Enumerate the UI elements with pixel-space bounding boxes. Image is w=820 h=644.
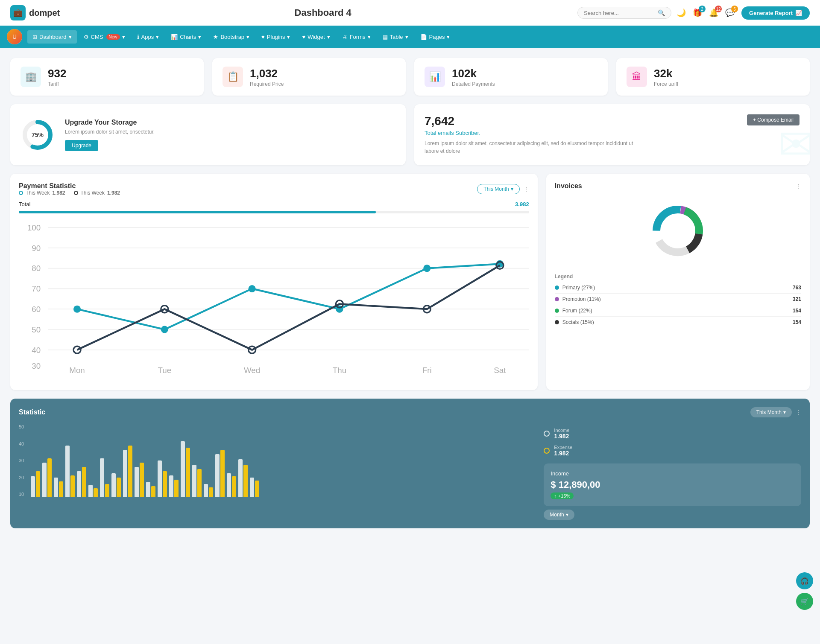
bar-yellow-20	[255, 481, 259, 497]
total-row: Total 3.982	[19, 201, 529, 207]
more-options-icon[interactable]: ⋮	[523, 186, 529, 192]
search-icon: 🔍	[658, 9, 665, 16]
inv-value-promotion: 321	[793, 296, 801, 302]
bar-group-12	[158, 460, 167, 497]
chevron-down-icon: ▾	[368, 34, 371, 40]
moon-button[interactable]: 🌙	[676, 8, 686, 17]
legend-label-2: This Week	[81, 190, 105, 196]
bar-group-10	[135, 463, 144, 497]
sidebar-item-pages[interactable]: 📄 Pages ▾	[415, 30, 455, 44]
cms-icon: ⚙	[84, 34, 89, 40]
chart-controls: This Month ▾ ⋮	[477, 184, 529, 194]
plugins-label: Plugins	[267, 34, 285, 40]
search-box[interactable]: 🔍	[577, 7, 671, 19]
sidebar-item-apps[interactable]: ℹ Apps ▾	[132, 30, 164, 44]
svg-point-23	[73, 306, 81, 313]
storage-card: 75% Upgrade Your Storage Lorem ipsum dol…	[10, 104, 406, 165]
progress-bar	[19, 211, 529, 213]
inv-value-forum: 154	[793, 308, 801, 314]
widget-icon: ♥	[302, 34, 305, 40]
bar-yellow-12	[163, 471, 167, 497]
charts-label: Charts	[180, 34, 196, 40]
payments-value: 102k	[452, 67, 495, 80]
middle-row: 75% Upgrade Your Storage Lorem ipsum dol…	[10, 104, 810, 165]
sidebar-item-plugins[interactable]: ♥ Plugins ▾	[256, 30, 295, 44]
bar-yellow-10	[140, 463, 144, 497]
total-value: 3.982	[515, 201, 529, 207]
chat-badge: 5	[731, 6, 738, 12]
bar-yellow-4	[70, 475, 75, 497]
sidebar-item-charts[interactable]: 📊 Charts ▾	[166, 30, 206, 44]
legend-value-1: 1.982	[52, 190, 65, 196]
header-icons: 🌙 🎁 2 🔔 12 💬 5 Generate Report 📈	[676, 6, 810, 20]
sidebar-item-widget[interactable]: ♥ Widget ▾	[297, 30, 335, 44]
chat-button[interactable]: 💬 5	[725, 8, 735, 17]
charts-row: Payment Statistic This Week 1.982 This W…	[10, 174, 810, 390]
this-month-button[interactable]: This Month ▾	[477, 184, 519, 194]
chevron-down-icon: ▾	[246, 34, 249, 40]
statistic-section: Statistic This Month ▾ ⋮ 50 40 30 20	[10, 399, 810, 528]
force-label: Force tariff	[654, 81, 678, 87]
line-chart-area: 100 90 80 70 60 50 40 30 Mon Tue Wed Thu…	[19, 220, 529, 382]
stat-card-tariff-force: 🏛 32k Force tariff	[616, 58, 810, 96]
payments-label: Detailed Payments	[452, 81, 495, 87]
pages-label: Pages	[429, 34, 445, 40]
header: 💼 dompet Dashboard 4 🔍 🌙 🎁 2 🔔 12 💬 5 Ge…	[0, 0, 820, 26]
upgrade-button[interactable]: Upgrade	[65, 140, 98, 151]
sidebar-item-bootstrap[interactable]: ★ Bootstrap ▾	[208, 30, 255, 44]
bar-group-19	[238, 459, 248, 497]
plugins-icon: ♥	[261, 34, 265, 40]
email-decorative-icon: ✉	[778, 119, 810, 165]
tariff-label: Tariff	[48, 81, 66, 87]
bar-group-20	[250, 478, 259, 497]
generate-report-button[interactable]: Generate Report 📈	[741, 6, 810, 20]
bar-white-5	[77, 471, 81, 497]
income-legend-value: 1.982	[554, 433, 569, 440]
storage-description: Lorem ipsum dolor sit amet, onsectetur.	[65, 129, 155, 135]
month-dropdown-button[interactable]: Month ▾	[544, 510, 574, 520]
sidebar-item-forms[interactable]: 🖨 Forms ▾	[337, 30, 376, 44]
stat-info-payments: 102k Detailed Payments	[452, 67, 495, 87]
search-input[interactable]	[584, 10, 658, 16]
sidebar-item-table[interactable]: ▦ Table ▾	[378, 30, 413, 44]
inv-legend-primary: Primary (27%) 763	[555, 282, 801, 294]
gift-button[interactable]: 🎁 2	[693, 8, 702, 17]
bell-button[interactable]: 🔔 12	[709, 8, 718, 17]
right-legend-expense: Expense 1.982	[544, 445, 801, 457]
bar-white-20	[250, 478, 254, 497]
statistic-month-button[interactable]: This Month ▾	[750, 407, 792, 417]
bar-white-17	[215, 454, 220, 497]
this-month-label: This Month	[483, 186, 509, 192]
bar-yellow-2	[47, 458, 52, 497]
bar-group-11	[146, 482, 155, 497]
invoices-more-icon[interactable]: ⋮	[795, 183, 801, 189]
income-badge-value: +15%	[558, 493, 570, 498]
statistic-right-panel: Income 1.982 Expense 1.982 Income $	[544, 424, 801, 520]
bar-group-5	[77, 467, 86, 497]
forms-label: Forms	[350, 34, 366, 40]
stats-row: 🏢 932 Tariff 📋 1,032 Required Price 📊 10…	[10, 58, 810, 96]
legend-item-2: This Week 1.982	[74, 190, 120, 196]
sidebar-item-cms[interactable]: ⚙ CMS New ▾	[79, 30, 130, 44]
month-selector: Month ▾	[544, 510, 801, 520]
table-icon: ▦	[383, 34, 388, 40]
progress-bar-fill	[19, 211, 376, 213]
invoices-donut	[555, 197, 801, 265]
payment-chart-title: Payment Statistic	[19, 182, 120, 190]
cms-label: CMS	[91, 34, 103, 40]
email-count: 7,642	[425, 114, 638, 128]
bar-group-15	[192, 465, 202, 497]
svg-text:100: 100	[27, 223, 41, 232]
bar-white-9	[123, 450, 127, 497]
statistic-more-icon[interactable]: ⋮	[795, 409, 801, 416]
y-label-40: 40	[19, 441, 24, 446]
bar-group-6	[88, 485, 98, 497]
legend-value-2: 1.982	[107, 190, 120, 196]
chart-left-header: Payment Statistic This Week 1.982 This W…	[19, 182, 120, 196]
table-label: Table	[390, 34, 403, 40]
sidebar-item-dashboard[interactable]: ⊞ Dashboard ▾	[27, 30, 77, 44]
inv-dot-socials	[555, 320, 559, 324]
bar-group-18	[227, 473, 236, 497]
chevron-down-icon: ▾	[783, 409, 786, 415]
navbar: U ⊞ Dashboard ▾ ⚙ CMS New ▾ ℹ Apps ▾ 📊 C…	[0, 26, 820, 48]
